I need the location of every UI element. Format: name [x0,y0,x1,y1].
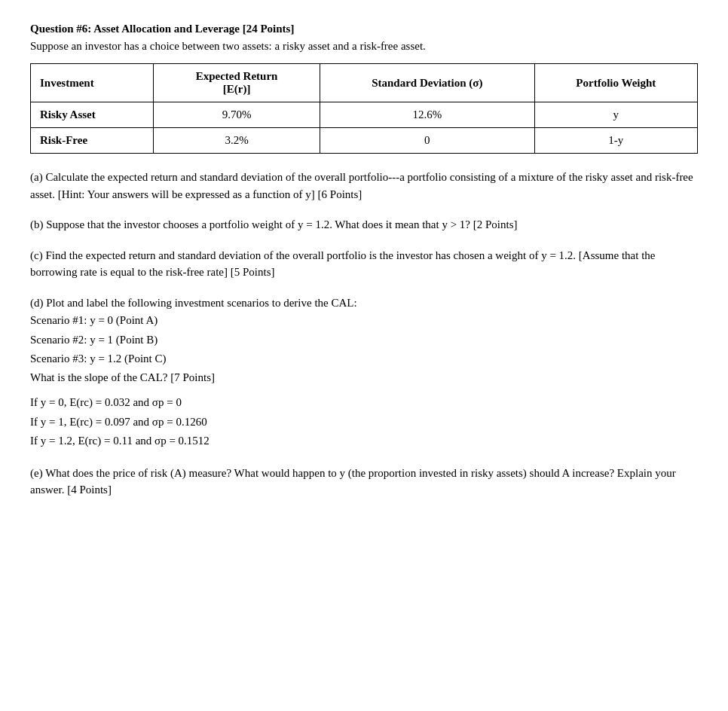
question-header: Question #6: Asset Allocation and Levera… [30,23,698,35]
scenario-3: Scenario #3: y = 1.2 (Point C) [30,349,698,369]
part-d: (d) Plot and label the following investm… [30,294,698,451]
part-d-label: (d) Plot and label the following investm… [30,294,698,312]
col-header-investment: Investment [31,64,154,102]
col-header-std-dev: Standard Deviation (σ) [320,64,535,102]
scenario-1: Scenario #1: y = 0 (Point A) [30,311,698,331]
col-header-expected-return: Expected Return [E(r)] [154,64,320,102]
part-e-text: (e) What does the price of risk (A) meas… [30,467,676,496]
part-c: (c) Find the expected return and standar… [30,247,698,281]
computed-y0: If y = 0, E(rc) = 0.032 and σp = 0 [30,393,698,413]
part-a: (a) Calculate the expected return and st… [30,169,698,203]
question-intro: Suppose an investor has a choice between… [30,40,698,53]
part-d-slope: What is the slope of the CAL? [7 Points] [30,369,698,386]
part-b: (b) Suppose that the investor chooses a … [30,216,698,233]
table-row-risky: Risky Asset 9.70% 12.6% y [31,102,698,128]
part-c-text: (c) Find the expected return and standar… [30,249,655,279]
cell-weight-riskfree: 1-y [534,128,697,154]
part-d-computed: If y = 0, E(rc) = 0.032 and σp = 0 If y … [30,393,698,451]
computed-y1: If y = 1, E(rc) = 0.097 and σp = 0.1260 [30,413,698,432]
computed-y12: If y = 1.2, E(rc) = 0.11 and σp = 0.1512 [30,432,698,451]
part-e: (e) What does the price of risk (A) meas… [30,465,698,499]
scenario-2: Scenario #2: y = 1 (Point B) [30,331,698,350]
cell-stddev-riskfree: 0 [320,128,535,154]
asset-table: Investment Expected Return [E(r)] Standa… [30,63,698,154]
cell-stddev-risky: 12.6% [320,102,535,128]
part-a-text: (a) Calculate the expected return and st… [30,171,693,200]
cell-investment-riskfree: Risk-Free [31,128,154,154]
cell-weight-risky: y [534,102,697,128]
cell-return-riskfree: 3.2% [154,128,320,154]
part-b-text: (b) Suppose that the investor chooses a … [30,218,518,230]
cell-return-risky: 9.70% [154,102,320,128]
table-row-riskfree: Risk-Free 3.2% 0 1-y [31,128,698,154]
cell-investment-risky: Risky Asset [31,102,154,128]
part-d-scenarios: Scenario #1: y = 0 (Point A) Scenario #2… [30,311,698,369]
col-header-portfolio-weight: Portfolio Weight [534,64,697,102]
